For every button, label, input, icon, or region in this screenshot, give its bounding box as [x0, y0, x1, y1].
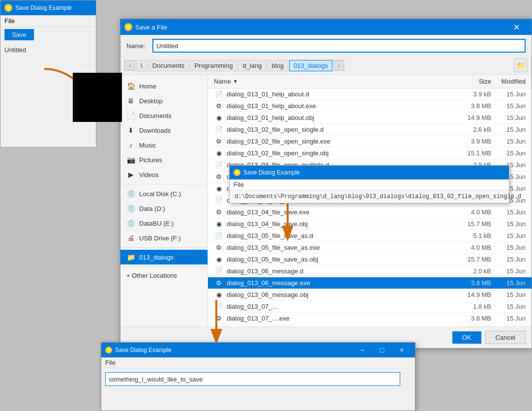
close-button[interactable]: × [392, 343, 411, 357]
documents-icon: 📄 [126, 111, 135, 120]
bg-app-icon [4, 4, 12, 12]
file-tooltip-popup: Save Dialog Example File d:\Documents\Pr… [229, 165, 509, 204]
ok-button[interactable]: OK [452, 331, 481, 344]
file-icon: ⚙ [214, 173, 224, 180]
downloads-icon: ⬇ [126, 126, 135, 135]
sidebar-item-documents[interactable]: 📄 Documents [120, 108, 207, 123]
file-row[interactable]: ⚙ dialog_013_06_message.exe 3.8 MB 15 Ju… [208, 277, 532, 289]
name-label: Name: [126, 42, 148, 50]
file-modified: 15 Jun [491, 267, 526, 275]
dialog-titlebar: Save a File ✕ [120, 19, 532, 35]
sidebar-videos-label: Videos [139, 171, 159, 178]
name-input[interactable] [152, 39, 526, 53]
file-row[interactable]: ◉ dialog_013_01_help_about.obj 14.9 MB 1… [208, 112, 532, 124]
bg-app-save-button[interactable]: Save [4, 29, 34, 40]
tooltip-titlebar: Save Dialog Example [230, 166, 509, 179]
home-icon: 🏠 [126, 82, 135, 90]
file-icon: ◉ [214, 149, 224, 157]
file-modified: 15 Jun [491, 232, 526, 239]
bc-013-dialogs[interactable]: 013_dialogs [289, 60, 332, 71]
bc-documents[interactable]: Documents [148, 60, 189, 71]
file-modified: 15 Jun [491, 102, 526, 110]
sidebar-item-home[interactable]: 🏠 Home [120, 79, 207, 93]
tooltip-menubar: File [230, 179, 509, 190]
sidebar-item-videos[interactable]: ▶ Videos [120, 167, 207, 182]
sidebar-other-locations[interactable]: + Other Locations [120, 269, 207, 282]
bc-blog[interactable]: blog [267, 60, 288, 71]
bc-forward-button[interactable]: › [333, 60, 344, 71]
sidebar-databu-e-label: DataBU (E:) [139, 220, 174, 227]
file-row[interactable]: ◉ dialog_013_05_file_save_as.obj 15.7 MB… [208, 254, 532, 265]
file-row[interactable]: 📄 dialog_013_02_file_open_single.d 2.6 k… [208, 124, 532, 136]
databu-e-icon: 💿 [126, 219, 135, 228]
bc-back-button[interactable]: ‹ [124, 60, 135, 71]
data-d-icon: 💿 [126, 204, 135, 213]
sidebar-divider-1 [120, 184, 207, 184]
bg-app-menu-file[interactable]: File [4, 17, 15, 25]
minimize-button[interactable]: − [353, 343, 372, 357]
maximize-button[interactable]: □ [373, 343, 391, 357]
file-list-header: Name ▼ Size Modified [208, 75, 532, 88]
music-icon: ♪ [126, 141, 135, 149]
file-row[interactable]: 📄 dialog_013_05_file_save_as.d 5.1 kB 15… [208, 230, 532, 242]
file-row[interactable]: ◉ dialog_013_06_message.obj 14.9 MB 15 J… [208, 289, 532, 301]
file-row[interactable]: ⚙ dialog_013_02_file_open_single.exe 3.9… [208, 136, 532, 147]
sidebar-data-d-label: Data (D:) [139, 205, 165, 212]
bc-programming[interactable]: Programming [190, 60, 237, 71]
file-row[interactable]: ⚙ dialog_013_07_....exe 3.8 MB 15 Jun [208, 313, 532, 324]
file-row[interactable]: ◉ dialog_013_02_file_open_single.obj 15.… [208, 147, 532, 159]
bottom-app-icon [105, 347, 112, 353]
bottom-text-input[interactable] [105, 372, 400, 386]
file-size: 4.0 MB [452, 244, 491, 251]
dialog-close-button[interactable]: ✕ [505, 19, 528, 35]
file-row[interactable]: 📄 dialog_013_01_help_about.d 3.9 kB 15 J… [208, 88, 532, 100]
file-size: 15.1 MB [452, 149, 491, 157]
sidebar-item-pictures[interactable]: 📷 Pictures [120, 152, 207, 167]
tooltip-menu-file[interactable]: File [234, 181, 244, 188]
sidebar-item-music[interactable]: ♪ Music [120, 138, 207, 152]
col-name-header[interactable]: Name ▼ [214, 78, 452, 85]
col-size-header[interactable]: Size [452, 78, 491, 85]
videos-icon: ▶ [126, 170, 135, 179]
sidebar-divider-2 [120, 247, 207, 248]
sidebar-item-desktop[interactable]: 🖥 Desktop [120, 93, 207, 108]
col-modified-header[interactable]: Modified [491, 78, 526, 85]
file-name: dialog_013_04_file_save.exe [227, 208, 452, 216]
file-modified: 15 Jun [491, 279, 526, 287]
usb-f-icon: 🖨 [126, 234, 135, 242]
file-name: dialog_013_01_help_about.exe [227, 102, 452, 110]
file-modified: 15 Jun [491, 315, 526, 322]
file-size: 3.8 MB [452, 279, 491, 287]
sidebar-item-downloads[interactable]: ⬇ Downloads [120, 123, 207, 138]
sidebar-item-local-disk-c[interactable]: 💿 Local Disk (C:) [120, 186, 207, 201]
file-size: 15.7 MB [452, 220, 491, 228]
file-list: 📄 dialog_013_01_help_about.d 3.9 kB 15 J… [208, 88, 532, 326]
file-icon: ◉ [214, 220, 224, 228]
file-row[interactable]: ◉ dialog_013_07_....obj 14.8 MB 15 Jun [208, 324, 532, 326]
file-modified: 15 Jun [491, 149, 526, 157]
file-size: 14.9 MB [452, 291, 491, 298]
file-modified: 15 Jun [491, 220, 526, 228]
file-row[interactable]: ⚙ dialog_013_04_file_save.exe 4.0 MB 15 … [208, 206, 532, 218]
file-row[interactable]: ⚙ dialog_013_05_file_save_as.exe 4.0 MB … [208, 242, 532, 254]
sidebar-item-013-dialogs[interactable]: 📁 013_dialogs [120, 250, 207, 264]
file-size: 2.6 kB [452, 126, 491, 133]
file-name: dialog_013_07_... [227, 303, 452, 310]
sidebar-item-databu-e[interactable]: 💿 DataBU (E:) [120, 216, 207, 231]
bc-root[interactable]: \ [136, 60, 147, 71]
cancel-button[interactable]: Cancel [485, 331, 526, 344]
file-row[interactable]: ◉ dialog_013_04_file_save.obj 15.7 MB 15… [208, 218, 532, 230]
sidebar-item-data-d[interactable]: 💿 Data (D:) [120, 201, 207, 216]
file-row[interactable]: 📄 dialog_013_06_message.d 2.0 kB 15 Jun [208, 265, 532, 277]
file-row[interactable]: 📄 dialog_013_07_... 1.8 kB 15 Jun [208, 301, 532, 313]
bottom-app-menu-file[interactable]: File [105, 359, 116, 366]
file-name: dialog_013_02_file_open_single.exe [227, 138, 452, 145]
bc-dlang[interactable]: d_lang [238, 60, 266, 71]
file-icon: 📄 [214, 197, 224, 204]
file-row[interactable]: ⚙ dialog_013_01_help_about.exe 3.8 MB 15… [208, 100, 532, 112]
file-size: 3.8 MB [452, 102, 491, 110]
sidebar-local-disk-c-label: Local Disk (C:) [139, 190, 181, 198]
bg-app-menubar[interactable]: File [0, 15, 96, 27]
sidebar-item-usb-f[interactable]: 🖨 USB Drive (F:) [120, 231, 207, 245]
bc-new-folder-button[interactable]: 📁 [514, 59, 528, 72]
